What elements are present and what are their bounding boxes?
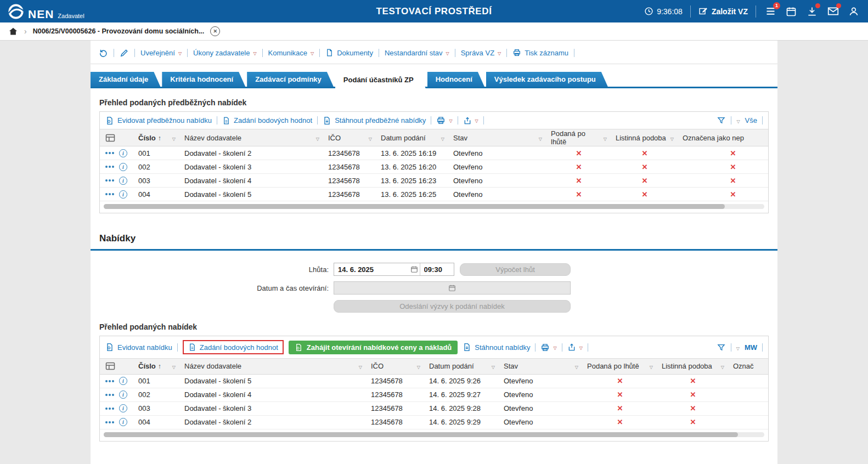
col-header-datum[interactable]: Datum podání bbox=[376, 129, 449, 146]
user-button[interactable] bbox=[847, 5, 860, 18]
evidovat-predbeznou-nabidku-button[interactable]: Evidovat předběžnou nabídku bbox=[105, 116, 212, 125]
col-header-nazev[interactable]: Název dodavatele bbox=[180, 359, 367, 374]
col-header-oznacena[interactable]: Označ bbox=[729, 359, 768, 374]
scrollbar-thumb[interactable] bbox=[104, 204, 725, 209]
downloads-button[interactable] bbox=[805, 5, 819, 18]
view-selector[interactable]: MW bbox=[745, 343, 757, 352]
menu-button[interactable]: 1 bbox=[764, 5, 777, 18]
tab-hodnoceni[interactable]: Hodnocení bbox=[427, 72, 484, 87]
filter-caret-icon[interactable] bbox=[492, 362, 495, 370]
info-icon[interactable] bbox=[119, 377, 127, 385]
col-header-ico[interactable]: IČO bbox=[367, 359, 425, 374]
edit-record-icon[interactable] bbox=[120, 48, 129, 58]
view-caret-icon[interactable] bbox=[736, 343, 740, 352]
close-record-icon[interactable] bbox=[210, 26, 220, 36]
tab-kriteria-hodnoceni[interactable]: Kritéria hodnocení bbox=[162, 72, 245, 87]
col-header-datum[interactable]: Datum podání bbox=[425, 359, 499, 374]
filter-icon[interactable] bbox=[717, 343, 726, 352]
col-header-po-lhute[interactable]: Podaná po lhůtě bbox=[546, 129, 611, 146]
row-menu-icon[interactable] bbox=[105, 193, 114, 195]
row-menu-icon[interactable] bbox=[105, 152, 114, 154]
filter-caret-icon[interactable] bbox=[721, 362, 724, 370]
stahnout-nabidky-button[interactable]: Stáhnout nabídky bbox=[463, 343, 530, 352]
col-header-oznacena[interactable]: Označena jako nep bbox=[678, 129, 768, 146]
column-chooser-icon[interactable] bbox=[105, 362, 129, 370]
zadani-bodovych-hodnot-button[interactable]: Zadání bodových hodnot bbox=[222, 116, 312, 125]
odeslani-vyzvy-button[interactable]: Odeslání výzvy k podání nabídek bbox=[334, 300, 571, 313]
horizontal-scrollbar[interactable] bbox=[104, 204, 764, 209]
col-header-listinna[interactable]: Listinná podoba bbox=[657, 359, 729, 374]
menu-sprava-vz[interactable]: Správa VZ bbox=[461, 49, 501, 57]
table-row[interactable]: 001Dodavatel - školení 51234567814. 6. 2… bbox=[100, 374, 768, 388]
filter-caret-icon[interactable] bbox=[604, 134, 607, 142]
table-row[interactable]: 002Dodavatel - školení 41234567814. 6. 2… bbox=[100, 388, 768, 401]
col-header-nazev[interactable]: Název dodavatele bbox=[180, 129, 324, 146]
table-row[interactable]: 002Dodavatel - školení 31234567813. 6. 2… bbox=[100, 160, 768, 174]
info-icon[interactable] bbox=[119, 418, 127, 426]
filter-caret-icon[interactable] bbox=[670, 134, 674, 142]
filter-caret-icon[interactable] bbox=[417, 362, 420, 370]
column-chooser-icon[interactable] bbox=[105, 134, 129, 142]
create-vz-button[interactable]: Založit VZ bbox=[698, 7, 748, 16]
menu-komunikace[interactable]: Komunikace bbox=[268, 49, 314, 57]
row-menu-icon[interactable] bbox=[105, 394, 114, 396]
info-icon[interactable] bbox=[119, 190, 127, 199]
filter-caret-icon[interactable] bbox=[359, 362, 362, 370]
info-icon[interactable] bbox=[119, 177, 127, 185]
col-header-stav[interactable]: Stav bbox=[499, 359, 583, 374]
view-selector[interactable]: Vše bbox=[745, 116, 757, 125]
info-icon[interactable] bbox=[119, 163, 127, 171]
export-table-button[interactable] bbox=[463, 116, 478, 125]
export-table-button[interactable] bbox=[567, 343, 583, 352]
evidovat-nabidku-button[interactable]: Evidovat nabídku bbox=[105, 343, 172, 352]
table-row[interactable]: 004Dodavatel - školení 51234567813. 6. 2… bbox=[100, 188, 768, 201]
messages-button[interactable] bbox=[826, 5, 839, 18]
calendar-icon[interactable] bbox=[447, 284, 458, 292]
menu-uverejneni[interactable]: Uveřejnění bbox=[140, 49, 182, 57]
horizontal-scrollbar[interactable] bbox=[104, 432, 764, 437]
row-menu-icon[interactable] bbox=[105, 421, 114, 423]
filter-caret-icon[interactable] bbox=[575, 362, 578, 370]
view-caret-icon[interactable] bbox=[736, 116, 740, 125]
tab-zadavaci-podminky[interactable]: Zadávací podmínky bbox=[247, 72, 334, 87]
table-row[interactable]: 004Dodavatel - školení 21234567814. 6. 2… bbox=[100, 415, 768, 429]
table-row[interactable]: 003Dodavatel - školení 41234567813. 6. 2… bbox=[100, 174, 768, 188]
calendar-button[interactable] bbox=[785, 5, 798, 18]
calendar-icon[interactable] bbox=[409, 265, 420, 273]
print-table-button[interactable] bbox=[540, 343, 556, 352]
menu-nestandardni-stav[interactable]: Nestandardní stav bbox=[385, 49, 449, 57]
zahajit-otevirani-button[interactable]: Zahájit otevírání nabídkové ceny a nákla… bbox=[289, 341, 458, 354]
info-icon[interactable] bbox=[119, 149, 127, 157]
menu-tisk-zaznamu[interactable]: Tisk záznamu bbox=[512, 48, 568, 57]
deadline-time-input[interactable] bbox=[420, 265, 454, 274]
row-menu-icon[interactable] bbox=[105, 166, 114, 168]
col-header-po-lhute[interactable]: Podaná po lhůtě bbox=[583, 359, 657, 374]
zadani-bodovych-hodnot-button-highlighted[interactable]: Zadání bodových hodnot bbox=[183, 340, 284, 354]
opening-datetime-input[interactable] bbox=[334, 281, 571, 295]
col-header-cislo[interactable]: Číslo bbox=[134, 359, 180, 374]
row-menu-icon[interactable] bbox=[105, 179, 114, 182]
tab-podani-ucastniku-zp[interactable]: Podání účastníků ZP bbox=[335, 72, 426, 88]
home-icon[interactable] bbox=[8, 26, 18, 36]
scrollbar-thumb[interactable] bbox=[104, 432, 738, 437]
filter-caret-icon[interactable] bbox=[316, 134, 319, 142]
nen-logo[interactable]: NEN Zadavatel bbox=[8, 3, 84, 20]
filter-icon[interactable] bbox=[717, 116, 726, 125]
filter-caret-icon[interactable] bbox=[369, 134, 372, 142]
col-header-cislo[interactable]: Číslo bbox=[134, 129, 180, 146]
col-header-listinna[interactable]: Listinná podoba bbox=[611, 129, 678, 146]
filter-caret-icon[interactable] bbox=[441, 134, 444, 142]
filter-caret-icon[interactable] bbox=[172, 362, 176, 370]
tab-vysledek-zadavaciho-postupu[interactable]: Výsledek zadávacího postupu bbox=[486, 72, 608, 87]
menu-ukony-zadavatele[interactable]: Úkony zadavatele bbox=[193, 49, 257, 57]
table-row[interactable]: 001Dodavatel - školení 21234567813. 6. 2… bbox=[100, 146, 768, 160]
info-icon[interactable] bbox=[119, 404, 127, 412]
print-table-button[interactable] bbox=[436, 116, 452, 125]
info-icon[interactable] bbox=[119, 391, 127, 399]
filter-caret-icon[interactable] bbox=[172, 134, 176, 142]
col-header-stav[interactable]: Stav bbox=[449, 129, 546, 146]
menu-dokumenty[interactable]: Dokumenty bbox=[325, 48, 373, 57]
breadcrumb-record[interactable]: N006/25/V00005626 - Provozování domu soc… bbox=[33, 27, 205, 35]
stahnout-predbezne-nabidky-button[interactable]: Stáhnout předběžné nabídky bbox=[323, 116, 426, 125]
deadline-date-input[interactable] bbox=[334, 265, 409, 274]
